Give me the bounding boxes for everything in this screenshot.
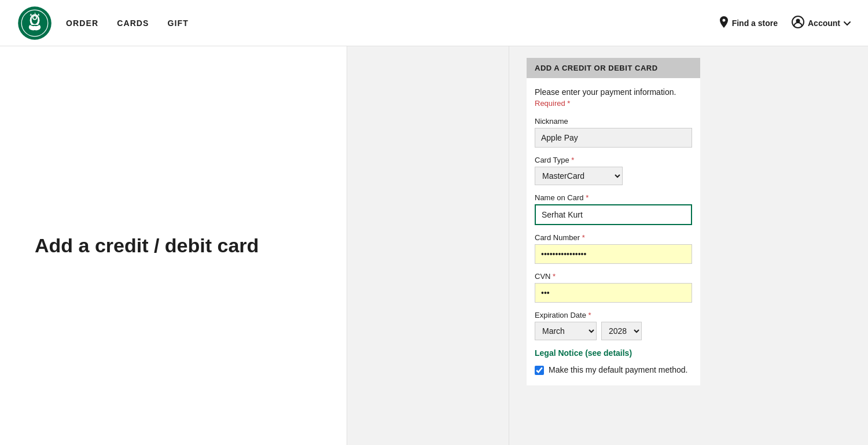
- default-payment-label: Make this my default payment method.: [549, 365, 687, 376]
- name-on-card-group: Name on Card *: [535, 193, 692, 225]
- main-layout: Add a credit / debit card ADD A CREDIT O…: [0, 46, 868, 445]
- default-payment-row: Make this my default payment method.: [535, 365, 692, 376]
- legal-notice-link[interactable]: Legal Notice (see details): [535, 348, 692, 358]
- nickname-label: Nickname: [535, 117, 692, 126]
- main-nav: ORDER CARDS GIFT: [66, 19, 189, 28]
- middle-panel: [347, 46, 509, 445]
- card-number-group: Card Number *: [535, 233, 692, 264]
- name-on-card-label: Name on Card *: [535, 193, 692, 202]
- right-panel: ADD A CREDIT OR DEBIT CARD Please enter …: [509, 46, 868, 445]
- cvn-group: CVN *: [535, 272, 692, 303]
- header: ORDER CARDS GIFT Find a store Account: [0, 0, 868, 46]
- expiration-group: Expiration Date * January February March…: [535, 311, 692, 340]
- cvn-input[interactable]: [535, 283, 692, 303]
- card-number-input[interactable]: [535, 244, 692, 264]
- svg-point-5: [34, 16, 36, 19]
- expiration-label: Expiration Date *: [535, 311, 692, 319]
- name-on-card-input[interactable]: [535, 204, 692, 225]
- form-header: ADD A CREDIT OR DEBIT CARD: [527, 58, 700, 78]
- pin-icon: [719, 16, 729, 30]
- page-title: Add a credit / debit card: [35, 234, 259, 258]
- form-description: Please enter your payment information.: [535, 87, 692, 97]
- nickname-input[interactable]: [535, 128, 692, 148]
- logo[interactable]: [17, 6, 52, 41]
- required-notice: Required *: [535, 99, 692, 108]
- account-button[interactable]: Account: [792, 16, 851, 30]
- card-type-group: Card Type * Visa MasterCard American Exp…: [535, 156, 692, 185]
- card-type-label: Card Type *: [535, 156, 692, 164]
- cvn-label: CVN *: [535, 272, 692, 281]
- card-type-select[interactable]: Visa MasterCard American Express Discove…: [535, 167, 623, 185]
- expiry-month-select[interactable]: January February March April May June Ju…: [535, 322, 597, 340]
- find-store-button[interactable]: Find a store: [719, 16, 778, 30]
- left-panel: Add a credit / debit card: [0, 46, 347, 445]
- credit-card-form: ADD A CREDIT OR DEBIT CARD Please enter …: [527, 58, 700, 385]
- account-icon: [792, 16, 804, 30]
- nav-order[interactable]: ORDER: [66, 19, 98, 28]
- expiry-row: January February March April May June Ju…: [535, 322, 692, 340]
- account-label: Account: [808, 19, 840, 28]
- chevron-down-icon: [844, 19, 851, 28]
- expiry-year-select[interactable]: 2024 2025 2026 2027 2028 2029 2030: [601, 322, 642, 340]
- nickname-group: Nickname: [535, 117, 692, 148]
- default-payment-checkbox[interactable]: [535, 366, 544, 375]
- nav-cards[interactable]: CARDS: [117, 19, 149, 28]
- header-right: Find a store Account: [719, 16, 851, 30]
- nav-gift[interactable]: GIFT: [168, 19, 189, 28]
- find-store-label: Find a store: [732, 19, 778, 28]
- form-body: Please enter your payment information. R…: [527, 78, 700, 385]
- form-title: ADD A CREDIT OR DEBIT CARD: [535, 64, 658, 72]
- card-number-label: Card Number *: [535, 233, 692, 242]
